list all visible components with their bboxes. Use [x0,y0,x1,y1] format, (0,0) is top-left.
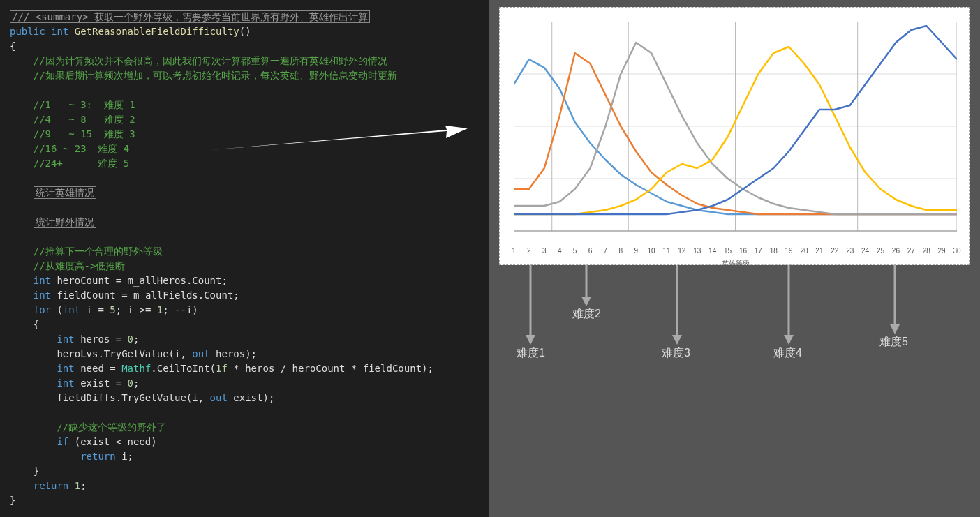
x-tick: 9 [634,247,638,255]
label-difficulty-2: 难度2 [572,307,601,322]
chart-container: 1234567891011121314151617181920212223242… [499,7,970,265]
x-tick: 16 [739,247,747,255]
x-tick: 28 [923,247,930,255]
comment: //如果后期计算频次增加，可以考虑初始化时记录，每次英雄、野外信息变动时更新 [34,70,397,81]
x-tick: 24 [861,247,869,255]
comment: //9 ~ 15 难度 3 [34,128,135,140]
x-tick: 17 [755,247,762,255]
xml-summary: /// <summary> 获取一个野外等级，需要参考当前世界所有野外、英雄作出… [10,10,370,23]
x-tick: 8 [618,247,623,255]
chart-pane: 1234567891011121314151617181920212223242… [489,0,980,517]
x-tick: 22 [831,247,838,255]
x-tick: 30 [953,247,960,255]
x-tick: 13 [693,247,701,255]
x-tick: 15 [724,247,732,255]
x-tick: 25 [877,247,884,255]
x-tick: 29 [938,247,946,255]
label-difficulty-3: 难度3 [662,346,690,361]
x-tick: 21 [815,247,823,255]
x-tick: 1 [512,247,516,255]
x-tick: 12 [678,247,685,255]
x-tick: 19 [785,247,793,255]
x-tick: 11 [662,247,670,255]
kw-public: public [10,26,45,37]
collapsed-region: 统计英雄情况 [34,186,96,199]
comment: //缺少这个等级的野外了 [57,421,166,433]
collapsed-region: 统计野外情况 [34,216,96,228]
x-tick: 7 [604,247,608,255]
label-difficulty-1: 难度1 [517,346,545,361]
x-tick: 5 [573,247,577,255]
comment: //4 ~ 8 难度 2 [34,114,135,125]
comment: //1 ~ 3: 难度 1 [34,99,135,110]
kw-int: int [51,26,68,37]
x-tick: 26 [892,247,900,255]
x-tick: 10 [648,247,655,255]
x-tick: 18 [770,247,778,255]
line-chart: 1234567891011121314151617181920212223242… [514,22,957,245]
label-difficulty-5: 难度5 [879,335,908,350]
x-axis-label: 英雄等级 [514,259,957,269]
comment: //因为计算频次并不会很高，因此我们每次计算都重算一遍所有英雄和野外的情况 [34,55,387,66]
comment: //24+ 难度 5 [34,158,130,169]
comment: //推算下一个合理的野外等级 [34,246,163,257]
x-tick: 4 [558,247,562,255]
method-name: GetReasonableFieldDifficulty [75,26,239,37]
x-tick: 20 [800,247,808,255]
comment: //16 ~ 23 难度 4 [34,143,130,154]
label-difficulty-4: 难度4 [773,346,802,361]
x-tick: 23 [846,247,854,255]
x-tick: 2 [527,247,531,255]
comment: //从难度高->低推断 [34,260,126,271]
x-tick: 3 [542,247,547,255]
x-tick: 27 [907,247,915,255]
x-tick: 6 [588,247,593,255]
code-pane: /// <summary> 获取一个野外等级，需要参考当前世界所有野外、英雄作出… [0,0,489,517]
x-tick: 14 [708,247,716,255]
